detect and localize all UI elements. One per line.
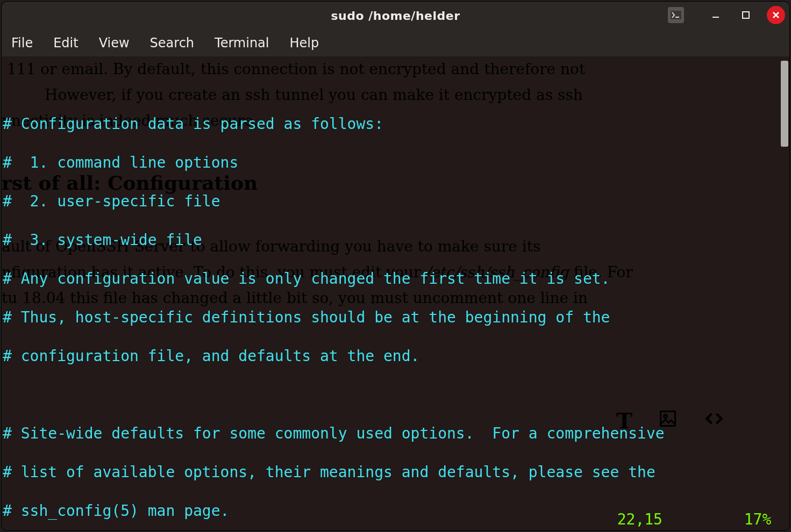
terminal-content: # Configuration data is parsed as follow… xyxy=(2,56,789,530)
editor-line: # 1. command line options xyxy=(3,153,789,172)
maximize-button[interactable] xyxy=(737,6,755,24)
menubar: File Edit View Search Terminal Help xyxy=(2,30,789,56)
menu-file[interactable]: File xyxy=(11,35,33,51)
editor-line: # 3. system-wide file xyxy=(3,231,789,250)
editor-line: # configuration file, and defaults at th… xyxy=(3,347,789,366)
cursor-position: 22,15 xyxy=(617,511,662,528)
vim-status: 22,15 17% xyxy=(617,511,789,528)
terminal-app-icon xyxy=(668,7,684,23)
menu-edit[interactable]: Edit xyxy=(53,35,78,51)
titlebar: sudo /home/helder xyxy=(2,2,789,30)
titlebar-controls xyxy=(668,6,785,24)
editor-line: # Any configuration value is only change… xyxy=(3,269,789,289)
editor-line xyxy=(3,385,789,405)
editor-line xyxy=(3,76,789,95)
terminal-area[interactable]: 111 or email. By default, this connectio… xyxy=(2,56,789,530)
editor-line: # list of available options, their meani… xyxy=(3,463,789,482)
minimize-button[interactable] xyxy=(707,6,725,24)
terminal-window: sudo /home/helder File Edit View xyxy=(2,2,789,530)
svg-rect-0 xyxy=(671,11,681,19)
editor-line: # Thus, host-specific definitions should… xyxy=(3,308,789,327)
editor-line: # Configuration data is parsed as follow… xyxy=(3,114,789,134)
menu-help[interactable]: Help xyxy=(290,35,319,51)
menu-search[interactable]: Search xyxy=(150,35,194,51)
menu-terminal[interactable]: Terminal xyxy=(215,35,269,51)
editor-line: # 2. user-specific file xyxy=(3,192,789,211)
window-title: sudo /home/helder xyxy=(331,9,460,23)
close-button[interactable] xyxy=(767,6,785,24)
editor-line: # Site-wide defaults for some commonly u… xyxy=(3,424,789,443)
menu-view[interactable]: View xyxy=(99,35,130,51)
svg-rect-3 xyxy=(743,12,749,18)
scroll-percent: 17% xyxy=(744,511,772,528)
